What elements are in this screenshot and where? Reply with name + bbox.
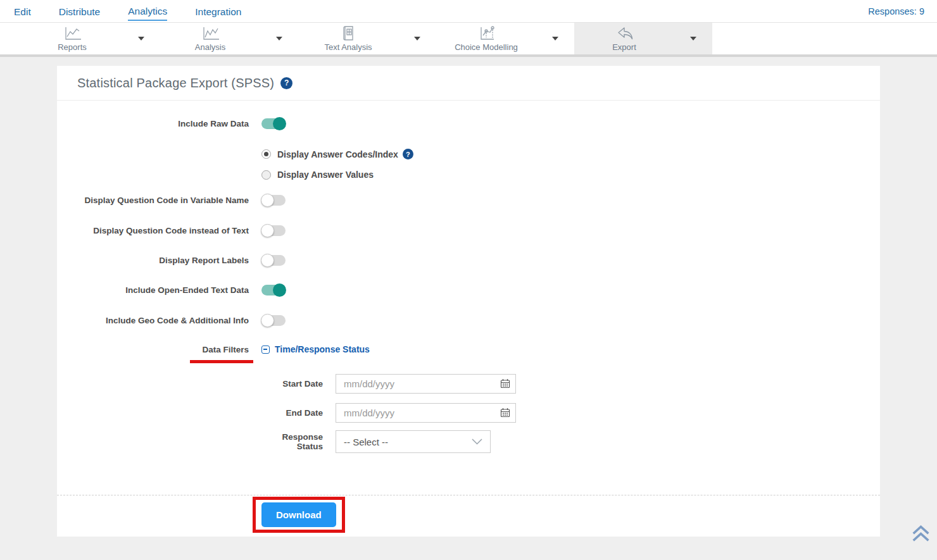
chevron-down-icon	[552, 37, 558, 40]
chevron-down-icon	[690, 37, 696, 40]
nav-integration[interactable]: Integration	[195, 3, 241, 20]
open-ended-toggle[interactable]	[261, 285, 286, 296]
tab-analysis-label: Analysis	[195, 42, 225, 52]
tab-reports[interactable]: Reports	[22, 23, 122, 54]
toggle-knob	[273, 117, 286, 130]
tab-reports-group: Reports	[22, 23, 160, 54]
question-code-variable-row: Display Question Code in Variable Name	[57, 195, 880, 206]
calendar-icon[interactable]	[500, 408, 510, 420]
chevron-down-icon	[276, 37, 282, 40]
question-code-variable-label: Display Question Code in Variable Name	[57, 196, 249, 205]
tab-export-dropdown[interactable]	[674, 23, 712, 54]
question-code-variable-toggle[interactable]	[261, 195, 286, 206]
line-chart-icon	[62, 25, 82, 42]
chevron-down-icon	[138, 37, 144, 40]
display-answer-codes-radio[interactable]	[261, 149, 271, 159]
tab-text-analysis[interactable]: Text Analysis	[298, 23, 398, 54]
geo-code-toggle[interactable]	[261, 315, 286, 326]
report-labels-label: Display Report Labels	[57, 256, 249, 265]
annotation-box: Download	[253, 497, 345, 533]
tab-choice-modelling-group: Choice Modelling	[436, 23, 574, 54]
include-raw-data-label: Include Raw Data	[57, 119, 249, 128]
toggle-knob	[261, 314, 274, 327]
time-response-status-section[interactable]: Time/Response Status	[261, 344, 370, 354]
response-status-select[interactable]: -- Select --	[336, 430, 491, 453]
calendar-icon[interactable]	[500, 378, 510, 391]
question-code-text-toggle[interactable]	[261, 225, 286, 236]
panel-header: Statistical Package Export (SPSS) ?	[57, 66, 880, 101]
geo-code-label: Include Geo Code & Additional Info	[57, 316, 249, 325]
start-date-label: Start Date	[57, 379, 323, 389]
section-divider	[57, 495, 880, 495]
page-title: Statistical Package Export (SPSS)	[77, 76, 274, 90]
data-filters-label: Data Filters	[57, 345, 249, 354]
open-ended-row: Include Open-Ended Text Data	[57, 285, 880, 296]
tab-text-analysis-dropdown[interactable]	[398, 23, 436, 54]
question-code-text-label: Display Question Code instead of Text	[57, 226, 249, 235]
tab-choice-modelling[interactable]: Choice Modelling	[436, 23, 536, 54]
toggle-knob	[261, 224, 274, 237]
tab-choice-modelling-label: Choice Modelling	[455, 42, 518, 52]
question-mark-icon[interactable]: ?	[280, 77, 292, 89]
display-answer-values-radio[interactable]	[261, 170, 271, 180]
tab-reports-dropdown[interactable]	[122, 23, 160, 54]
chevron-down-icon	[414, 37, 420, 40]
include-raw-data-toggle[interactable]	[261, 118, 286, 129]
display-answer-values-label: Display Answer Values	[277, 170, 374, 180]
download-button[interactable]: Download	[261, 502, 336, 527]
tab-analysis-group: Analysis	[160, 23, 298, 54]
geo-code-row: Include Geo Code & Additional Info	[57, 315, 880, 326]
report-labels-row: Display Report Labels	[57, 255, 880, 266]
answer-values-option-row: Display Answer Values	[261, 170, 880, 180]
responses-count[interactable]: Responses: 9	[868, 6, 924, 16]
document-grid-icon	[339, 25, 357, 42]
export-panel: Statistical Package Export (SPSS) ? Incl…	[57, 66, 880, 537]
nav-analytics[interactable]: Analytics	[128, 2, 167, 21]
start-date-input[interactable]	[336, 374, 516, 394]
scroll-to-top-button[interactable]	[912, 524, 929, 546]
display-answer-codes-label: Display Answer Codes/Index	[277, 149, 398, 159]
tab-analysis[interactable]: Analysis	[160, 23, 260, 54]
tab-text-analysis-group: Text Analysis	[298, 23, 436, 54]
time-response-status-label: Time/Response Status	[275, 344, 370, 354]
toggle-knob	[273, 283, 286, 297]
analytics-tabstrip: Reports Analysis	[0, 23, 937, 57]
tab-text-analysis-label: Text Analysis	[324, 42, 372, 52]
response-status-selected-value: -- Select --	[344, 437, 388, 447]
chevron-down-icon	[472, 439, 482, 445]
annotation-underline	[190, 360, 253, 363]
answer-codes-option-row: Display Answer Codes/Index ?	[261, 149, 880, 159]
open-ended-label: Include Open-Ended Text Data	[57, 285, 249, 295]
response-status-label: Response Status	[275, 432, 323, 451]
nav-distribute[interactable]: Distribute	[59, 3, 100, 20]
tab-export[interactable]: Export	[574, 23, 674, 54]
response-status-row: Response Status -- Select --	[57, 430, 880, 453]
collapse-minus-icon	[261, 345, 270, 354]
report-labels-toggle[interactable]	[261, 255, 286, 266]
include-raw-data-row: Include Raw Data	[57, 118, 880, 129]
tab-choice-modelling-dropdown[interactable]	[536, 23, 574, 54]
data-filters-row: Data Filters Time/Response Status	[57, 344, 880, 354]
trend-chart-icon	[200, 25, 220, 42]
nav-edit[interactable]: Edit	[14, 3, 31, 20]
export-arrow-icon	[615, 25, 634, 42]
question-mark-icon[interactable]: ?	[403, 149, 413, 159]
start-date-row: Start Date	[57, 374, 880, 394]
tab-reports-label: Reports	[58, 42, 87, 52]
end-date-input[interactable]	[336, 403, 516, 423]
toggle-knob	[261, 194, 274, 207]
dot-bar-chart-icon	[477, 25, 496, 42]
tab-export-group: Export	[574, 23, 712, 54]
end-date-label: End Date	[57, 408, 323, 418]
toggle-knob	[261, 254, 274, 267]
double-chevron-up-icon	[912, 524, 929, 544]
top-navbar: Edit Distribute Analytics Integration Re…	[0, 0, 937, 23]
end-date-row: End Date	[57, 403, 880, 423]
tab-export-label: Export	[612, 42, 636, 52]
question-code-text-row: Display Question Code instead of Text	[57, 225, 880, 236]
tab-analysis-dropdown[interactable]	[260, 23, 298, 54]
